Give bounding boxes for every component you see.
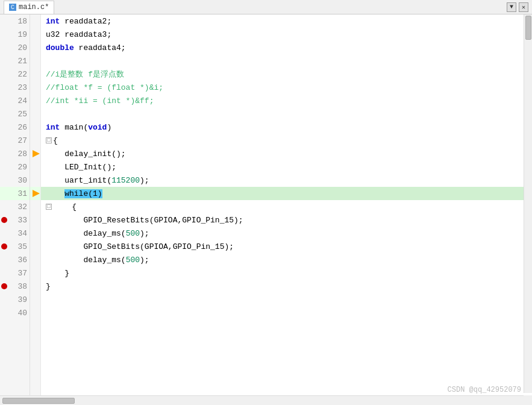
breakpoint-indicator[interactable] <box>1 243 7 250</box>
line-number: 29 <box>17 163 27 172</box>
tab-label: main.c* <box>19 3 49 11</box>
left-margin-row <box>30 266 40 280</box>
code-token-plain <box>46 189 64 198</box>
close-button[interactable]: ✕ <box>519 2 528 12</box>
line-number: 26 <box>17 123 27 132</box>
code-token-plain: readdata4; <box>74 43 126 52</box>
watermark: CSDN @qq_42952079 <box>448 386 521 394</box>
code-line: delay_init(); <box>41 147 532 160</box>
breakpoint-indicator[interactable] <box>1 217 7 223</box>
code-token-num: 115200 <box>111 176 140 185</box>
code-line <box>41 306 532 319</box>
code-line: GPIO_SetBits(GPIOA,GPIO_Pin_15); <box>41 240 532 253</box>
left-margin-row <box>30 174 40 187</box>
code-token-plain: ); <box>140 256 149 265</box>
editor-window: C main.c* ▼ ✕ 18192021222324252627282930… <box>0 0 532 405</box>
gutter-row: 32 <box>0 200 30 213</box>
code-token-plain: readdata2; <box>60 17 111 26</box>
code-line <box>41 293 532 306</box>
left-margin-row <box>30 54 40 68</box>
line-number: 40 <box>17 309 27 318</box>
fold-indicator[interactable]: □ <box>46 204 52 210</box>
gutter-row: 20 <box>0 41 30 54</box>
code-line: //int *ii = (int *)&ff; <box>41 94 532 107</box>
gutter-row: 18 <box>0 14 30 28</box>
code-line: int main(void) <box>41 121 532 134</box>
code-token-plain: { <box>53 202 77 212</box>
line-number: 36 <box>17 256 27 265</box>
breakpoint-indicator[interactable] <box>1 283 7 289</box>
code-token-comment: //int *ii = (int *)&ff; <box>46 96 154 105</box>
code-area[interactable]: int readdata2;u32 readdata3;double readd… <box>41 14 532 405</box>
code-line: delay_ms(500); <box>41 227 532 240</box>
left-margin-row <box>30 81 40 94</box>
editor-area: 1819202122232425262728293031323334353637… <box>0 14 532 405</box>
code-line: GPIO_ResetBits(GPIOA,GPIO_Pin_15); <box>41 213 532 227</box>
gutter-row: 23 <box>0 81 30 94</box>
left-margin-row <box>30 134 40 147</box>
code-token-plain: u32 readdata3; <box>46 30 111 39</box>
left-margin-row <box>30 160 40 174</box>
line-number: 33 <box>17 216 27 225</box>
line-number: 19 <box>17 30 27 39</box>
code-line: } <box>41 266 532 280</box>
left-margin-row <box>30 240 40 253</box>
left-margin-row <box>30 200 40 213</box>
line-number: 39 <box>17 295 27 304</box>
line-number: 20 <box>17 43 27 52</box>
gutter-row: 35 <box>0 240 30 253</box>
gutter-row: 37 <box>0 266 30 280</box>
tab-main-c[interactable]: C main.c* <box>4 1 54 14</box>
left-margin-row <box>30 213 40 227</box>
line-number: 22 <box>17 70 27 79</box>
code-token-plain: delay_ms( <box>46 229 126 238</box>
left-margin-row <box>30 306 40 319</box>
scrollbar-thumb-h[interactable] <box>2 398 75 404</box>
code-token-plain: GPIO_SetBits(GPIOA,GPIO_Pin_15); <box>46 242 234 251</box>
code-token-kw: void <box>88 123 107 132</box>
line-number: 37 <box>17 269 27 278</box>
minimize-button[interactable]: ▼ <box>507 2 516 12</box>
gutter-row: 40 <box>0 306 30 319</box>
left-margin-row <box>30 147 40 160</box>
scrollbar-thumb-v[interactable] <box>525 16 531 40</box>
vertical-scrollbar[interactable] <box>524 14 532 393</box>
line-number: 30 <box>17 176 27 185</box>
code-token-plain: delay_init(); <box>46 149 126 159</box>
line-number: 31 <box>17 189 27 198</box>
code-token-plain: delay_ms( <box>46 256 126 265</box>
gutter-row: 34 <box>0 227 30 240</box>
code-line: double readdata4; <box>41 41 532 54</box>
code-line: int readdata2; <box>41 14 532 28</box>
left-margin-row <box>30 107 40 121</box>
code-line <box>41 54 532 68</box>
code-token-num: 500 <box>126 229 140 238</box>
left-margin-row <box>30 293 40 306</box>
line-number: 38 <box>17 282 27 291</box>
horizontal-scrollbar[interactable] <box>0 395 524 405</box>
code-token-comment: //float *f = (float *)&i; <box>46 83 163 92</box>
code-line: //i是整数 f是浮点数 <box>41 68 532 81</box>
gutter-row: 29 <box>0 160 30 174</box>
left-margin-row <box>30 68 40 81</box>
line-number: 34 <box>17 229 27 238</box>
left-margin-row <box>30 14 40 28</box>
gutter-row: 30 <box>0 174 30 187</box>
left-margin-row <box>30 280 40 293</box>
code-line: □ { <box>41 200 532 213</box>
left-margin-row <box>30 187 40 200</box>
left-margin-row <box>30 28 40 41</box>
code-token-plain: GPIO_ResetBits(GPIOA,GPIO_Pin_15); <box>46 216 243 225</box>
left-margin-row <box>30 227 40 240</box>
fold-indicator[interactable]: □ <box>46 137 52 143</box>
code-token-plain: } <box>46 269 69 278</box>
code-token-kw: int <box>46 17 60 26</box>
code-line: } <box>41 280 532 293</box>
left-margin <box>30 14 41 405</box>
gutter-row: 36 <box>0 253 30 266</box>
code-line: //float *f = (float *)&i; <box>41 81 532 94</box>
line-number: 18 <box>17 17 27 26</box>
gutter-row: 38 <box>0 280 30 293</box>
arrow-indicator <box>33 190 40 197</box>
code-line <box>41 107 532 121</box>
